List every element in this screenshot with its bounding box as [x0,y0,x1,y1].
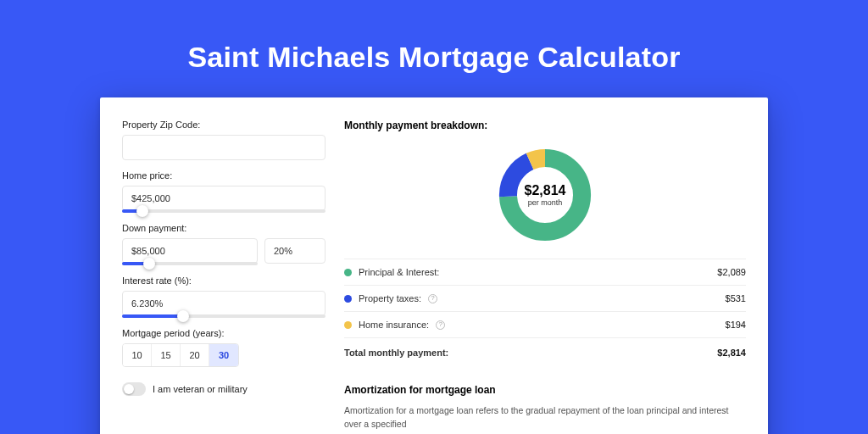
period-segmented: 10152030 [122,343,239,367]
breakdown-panel: Monthly payment breakdown: $2,814 per mo… [344,120,746,434]
down-payment-input[interactable] [122,238,258,264]
period-field: Mortgage period (years): 10152030 [122,328,326,367]
period-option-15[interactable]: 15 [152,344,181,366]
amortization-section: Amortization for mortgage loan Amortizat… [344,384,746,431]
amortization-text: Amortization for a mortgage loan refers … [344,404,746,431]
period-option-10[interactable]: 10 [123,344,152,366]
down-payment-pct-input[interactable] [264,238,326,264]
veteran-toggle[interactable] [122,382,146,396]
info-icon[interactable]: ? [436,320,445,330]
legend-label: Home insurance: [359,320,429,330]
legend-row: Principal & Interest:$2,089 [344,259,746,286]
zip-label: Property Zip Code: [122,120,326,130]
period-option-30[interactable]: 30 [209,344,238,366]
legend-value: $194 [726,320,746,330]
donut-amount: $2,814 [525,183,566,198]
slider-thumb[interactable] [136,205,148,217]
legend: Principal & Interest:$2,089Property taxe… [344,259,746,365]
period-option-20[interactable]: 20 [181,344,209,366]
legend-dot [344,269,352,276]
interest-label: Interest rate (%): [122,275,326,286]
slider-thumb[interactable] [177,310,189,322]
legend-value: $2,089 [717,267,746,277]
breakdown-title: Monthly payment breakdown: [344,120,746,131]
legend-dot [344,295,352,303]
down-payment-field: Down payment: [122,223,326,265]
donut-chart-wrap: $2,814 per month [344,140,746,257]
legend-label: Property taxes: [359,293,421,303]
amortization-title: Amortization for mortgage loan [344,384,746,396]
page-title: Saint Michaels Mortgage Calculator [0,41,868,74]
form-panel: Property Zip Code: Home price: Down paym… [122,120,326,434]
period-label: Mortgage period (years): [122,328,326,338]
veteran-row: I am veteran or military [122,382,326,396]
legend-label: Principal & Interest: [359,267,439,277]
zip-field: Property Zip Code: [122,120,326,160]
donut-sub: per month [528,198,563,207]
legend-row: Home insurance:?$194 [344,312,746,338]
veteran-label: I am veteran or military [153,384,248,394]
legend-total-label: Total monthly payment: [344,348,448,358]
home-price-label: Home price: [122,170,326,181]
legend-dot [344,321,352,329]
home-price-field: Home price: [122,170,326,213]
home-price-slider[interactable] [122,209,326,213]
home-price-input[interactable] [122,186,326,211]
down-payment-slider[interactable] [122,262,258,265]
interest-input[interactable] [122,291,326,316]
legend-total-row: Total monthly payment:$2,814 [344,338,746,365]
legend-total-value: $2,814 [717,348,746,358]
info-icon[interactable]: ? [428,294,437,303]
interest-slider[interactable] [122,314,326,318]
down-payment-label: Down payment: [122,223,326,233]
interest-field: Interest rate (%): [122,275,326,318]
zip-input[interactable] [122,135,326,160]
calculator-card: Property Zip Code: Home price: Down paym… [100,97,768,434]
legend-row: Property taxes:?$531 [344,286,746,312]
slider-thumb[interactable] [143,258,155,270]
donut-chart: $2,814 per month [495,145,595,245]
legend-value: $531 [726,293,746,303]
